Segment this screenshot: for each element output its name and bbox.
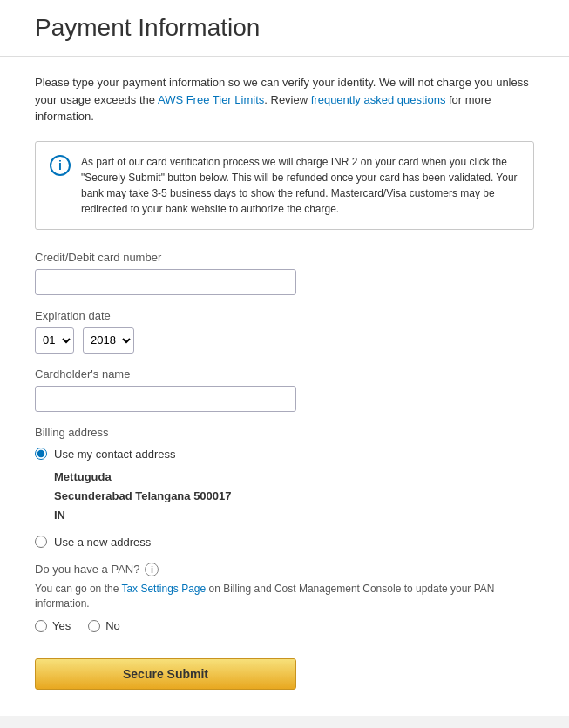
- pan-info-icon[interactable]: i: [145, 563, 159, 576]
- intro-middle-text: . Review: [264, 93, 310, 106]
- pan-no-radio[interactable]: [88, 620, 100, 632]
- expiration-section: Expiration date 01 02 03 04 05 06 07 08 …: [35, 309, 534, 354]
- pan-yes-radio[interactable]: [35, 620, 47, 632]
- pan-subtext: You can go on the Tax Settings Page on B…: [35, 582, 534, 611]
- pan-heading: Do you have a PAN? i: [35, 563, 534, 576]
- page-title: Payment Information: [35, 14, 534, 42]
- pan-section: Do you have a PAN? i You can go on the T…: [35, 563, 534, 633]
- cardholder-label: Cardholder's name: [35, 367, 534, 381]
- expiration-label: Expiration date: [35, 309, 534, 322]
- address-line2: Secunderabad Telangana 500017: [54, 487, 534, 506]
- pan-no-label: No: [105, 619, 120, 632]
- info-icon-letter: i: [58, 158, 62, 172]
- pan-yes-item: Yes: [35, 619, 71, 632]
- address-line3: IN: [54, 506, 534, 525]
- intro-text: Please type your payment information so …: [35, 74, 534, 125]
- billing-new-radio[interactable]: [35, 536, 47, 548]
- expiration-month-select[interactable]: 01 02 03 04 05 06 07 08 09 10 11 12: [35, 327, 74, 354]
- pan-heading-text: Do you have a PAN?: [35, 563, 139, 576]
- faq-link[interactable]: frequently asked questions: [311, 93, 446, 106]
- aws-free-tier-link[interactable]: AWS Free Tier Limits: [158, 93, 264, 106]
- info-box: i As part of our card verification proce…: [35, 141, 534, 230]
- cardholder-section: Cardholder's name: [35, 367, 534, 412]
- address-block: Mettuguda Secunderabad Telangana 500017 …: [54, 468, 534, 525]
- header-section: Payment Information: [0, 0, 569, 57]
- info-box-text: As part of our card verification process…: [81, 154, 519, 217]
- page-container: Payment Information Please type your pay…: [0, 0, 569, 716]
- billing-label: Billing address: [35, 426, 534, 439]
- card-number-section: Credit/Debit card number: [35, 251, 534, 295]
- pan-yes-label: Yes: [52, 619, 71, 632]
- billing-contact-radio[interactable]: [35, 448, 47, 460]
- main-content: Please type your payment information so …: [0, 57, 569, 716]
- expiration-year-select[interactable]: 2018 2019 2020 2021 2022 2023 2024 2025 …: [83, 327, 134, 354]
- pan-radio-row: Yes No: [35, 619, 534, 632]
- billing-new-label: Use a new address: [54, 536, 151, 549]
- billing-new-row: Use a new address: [35, 536, 534, 549]
- cardholder-input[interactable]: [35, 386, 296, 412]
- info-icon: i: [50, 155, 71, 176]
- secure-submit-button[interactable]: Secure Submit: [35, 658, 296, 690]
- tax-settings-link[interactable]: Tax Settings Page: [121, 583, 206, 595]
- billing-contact-row: Use my contact address: [35, 448, 534, 461]
- card-number-input[interactable]: [35, 269, 296, 295]
- card-number-label: Credit/Debit card number: [35, 251, 534, 264]
- address-line1: Mettuguda: [54, 468, 534, 487]
- billing-contact-label: Use my contact address: [54, 448, 175, 461]
- pan-no-item: No: [88, 619, 120, 632]
- expiration-row: 01 02 03 04 05 06 07 08 09 10 11 12 2018…: [35, 327, 534, 354]
- billing-section: Billing address Use my contact address M…: [35, 426, 534, 549]
